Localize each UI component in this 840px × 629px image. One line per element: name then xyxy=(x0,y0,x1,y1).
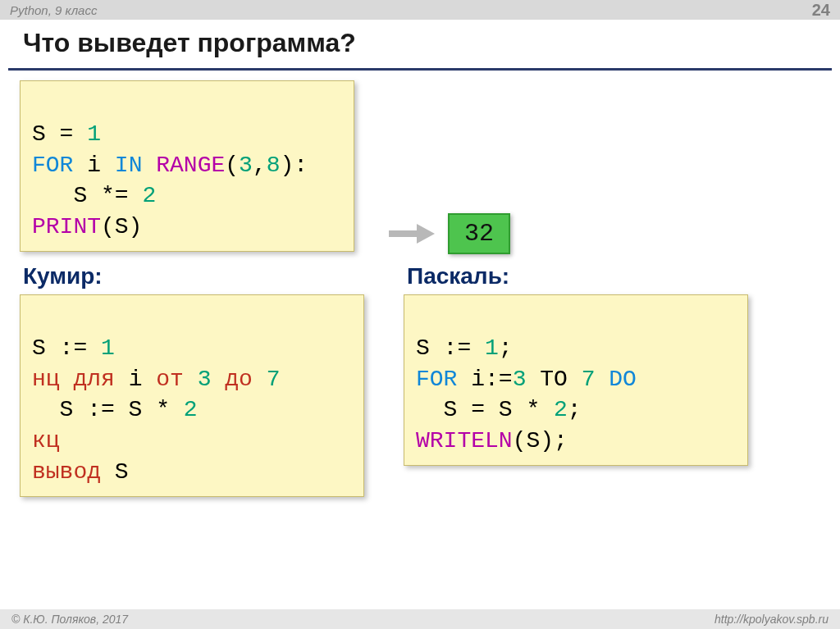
code-line: PRINT(S) xyxy=(32,214,142,239)
slide-footer: © К.Ю. Поляков, 2017 http://kpolyakov.sp… xyxy=(0,609,840,629)
code-line: S := 1 xyxy=(32,335,115,361)
title-area: Что выведет программа? xyxy=(0,20,840,62)
kumir-column: Кумир: S := 1 нц для i от 3 до 7 S := S … xyxy=(20,252,364,497)
code-line: S *= 2 xyxy=(32,183,156,208)
answer-row: 32 xyxy=(376,213,510,254)
header-subject: Python, 9 класс xyxy=(10,3,812,17)
page-number: 24 xyxy=(812,1,830,20)
code-line: кц xyxy=(32,428,60,454)
copyright-text: © К.Ю. Поляков, 2017 xyxy=(11,613,128,626)
code-line: S := 1; xyxy=(416,335,513,361)
code-line: S = S * 2; xyxy=(416,397,582,422)
pascal-heading: Паскаль: xyxy=(407,263,748,289)
code-line: S = 1 xyxy=(32,121,101,147)
pascal-column: Паскаль: S := 1; FOR i:=3 TO 7 DO S = S … xyxy=(404,252,748,466)
translations-row: Кумир: S := 1 нц для i от 3 до 7 S := S … xyxy=(20,252,820,497)
python-code: S = 1 FOR i IN RANGE(3,8): S *= 2 PRINT(… xyxy=(20,80,354,252)
code-line: FOR i:=3 TO 7 DO xyxy=(416,367,637,392)
svg-rect-0 xyxy=(389,230,417,237)
kumir-heading: Кумир: xyxy=(23,263,364,289)
code-line: нц для i от 3 до 7 xyxy=(32,367,281,392)
answer-box: 32 xyxy=(448,213,510,254)
page-title: Что выведет программа? xyxy=(23,28,817,58)
slide-header: Python, 9 класс 24 xyxy=(0,0,840,20)
code-line: WRITELN(S); xyxy=(416,428,568,454)
arrow-right-icon xyxy=(387,222,436,245)
content: S = 1 FOR i IN RANGE(3,8): S *= 2 PRINT(… xyxy=(0,71,840,497)
code-line: вывод S xyxy=(32,459,129,485)
kumir-code: S := 1 нц для i от 3 до 7 S := S * 2 кц … xyxy=(20,294,364,497)
code-line: FOR i IN RANGE(3,8): xyxy=(32,153,308,178)
footer-url: http://kpolyakov.spb.ru xyxy=(714,613,829,626)
svg-marker-1 xyxy=(417,224,435,244)
pascal-code: S := 1; FOR i:=3 TO 7 DO S = S * 2; WRIT… xyxy=(404,294,748,466)
code-line: S := S * 2 xyxy=(32,397,198,422)
